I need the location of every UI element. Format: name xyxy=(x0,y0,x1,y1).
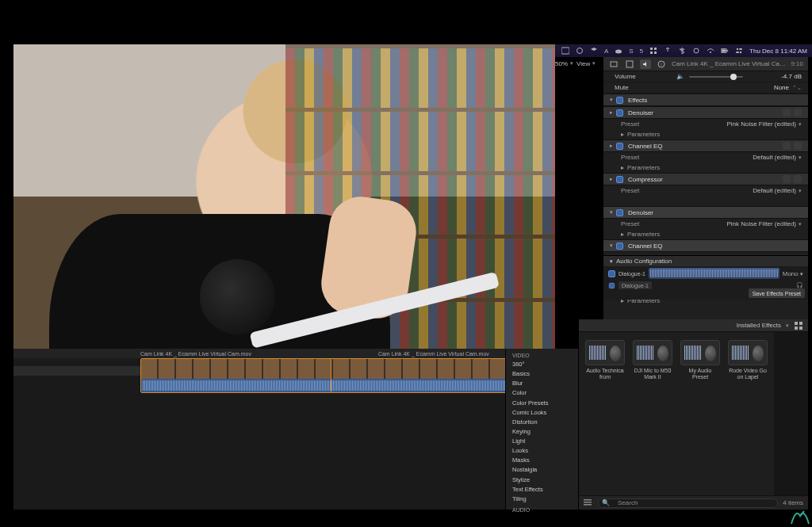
save-effects-preset-button[interactable]: Save Effects Preset xyxy=(749,288,805,298)
viewer-view-menu[interactable]: View ▾ xyxy=(576,60,596,67)
menu-dropbox-icon[interactable] xyxy=(590,47,598,55)
inspector-effects-header[interactable]: ▾ Effects xyxy=(603,94,808,106)
inspector-tab-video[interactable] xyxy=(608,59,619,69)
effect-compressor-header[interactable]: ▸ Compressor xyxy=(603,173,808,185)
effects-search-input[interactable]: 🔍 Search xyxy=(598,498,778,508)
effect-checkbox[interactable] xyxy=(616,143,623,150)
fx-category-item[interactable]: Color Presets xyxy=(506,399,578,408)
effect-preset-row[interactable]: Preset Default (edited)▾ xyxy=(603,185,808,196)
fx-category-item[interactable]: Stylize xyxy=(506,475,578,485)
menu-share-icon[interactable] xyxy=(664,47,672,55)
fx-category-item[interactable]: Tiling xyxy=(506,495,578,504)
headphones-icon[interactable]: 🎧 xyxy=(796,282,803,288)
fx-category-item[interactable]: Nostalgia xyxy=(506,465,578,475)
effects-browser-title[interactable]: Installed Effects xyxy=(737,322,781,329)
inspector-tab-generator[interactable] xyxy=(624,59,635,69)
effect-remove-button[interactable] xyxy=(794,175,802,183)
effect-remove-button[interactable] xyxy=(794,242,802,250)
fx-category-item[interactable]: Looks xyxy=(506,446,578,456)
menu-a-icon[interactable]: A xyxy=(604,47,608,55)
menu-sync-icon[interactable] xyxy=(576,47,584,55)
effect-checkbox[interactable] xyxy=(616,242,623,250)
disclosure-triangle-icon[interactable]: ▸ xyxy=(610,176,613,182)
effects-preset-item[interactable]: My Audio Preset xyxy=(680,340,720,487)
menu-s-icon[interactable]: S xyxy=(629,47,633,55)
effect-parameters-row[interactable]: ▸ Parameters xyxy=(603,229,808,239)
effect-remove-button[interactable] xyxy=(794,208,802,216)
volume-slider[interactable] xyxy=(689,76,743,78)
menu-fan-icon[interactable] xyxy=(692,47,700,55)
menu-battery-icon[interactable] xyxy=(721,47,729,55)
audio-track-row[interactable]: Dialogue-1 Mono ▾ xyxy=(603,266,808,281)
effect-checkbox[interactable] xyxy=(616,176,623,183)
menubar-datetime[interactable]: Thu Dec 8 11:42 AM xyxy=(749,48,807,55)
fx-category-item[interactable]: 360° xyxy=(506,360,578,369)
list-view-icon[interactable] xyxy=(584,498,593,508)
fx-category-item[interactable]: Color xyxy=(506,388,578,398)
effect-reorder-button[interactable] xyxy=(783,109,791,116)
fx-category-item[interactable]: Text Effects xyxy=(506,485,578,495)
effects-preset-item[interactable]: DJI Mic to M50 Mark II xyxy=(633,340,672,487)
menu-cc-icon[interactable] xyxy=(561,47,569,55)
timeline-playhead[interactable] xyxy=(331,358,331,393)
inspector-tab-audio[interactable] xyxy=(640,59,651,69)
effect-channeleq2-header[interactable]: ▾ Channel EQ xyxy=(603,239,808,252)
effect-preset-row[interactable]: Preset Pink Noise Filter (edited)▾ xyxy=(603,219,808,229)
effects-checkbox[interactable] xyxy=(616,97,623,104)
fx-category-item[interactable]: Masks xyxy=(506,456,578,465)
timeline-panel[interactable]: Cam Link 4K _ Ecamm Live Virtual Cam.mov… xyxy=(13,349,578,510)
fx-category-item[interactable]: Distortion xyxy=(506,418,578,427)
effect-remove-button[interactable] xyxy=(794,142,802,150)
effect-parameters-row[interactable]: ▸ Parameters xyxy=(603,162,808,173)
effect-preset-row[interactable]: Preset Default (edited)▾ xyxy=(603,152,808,162)
audio-waveform[interactable] xyxy=(649,268,779,279)
effect-preset-row[interactable]: Preset Pink Noise Filter (edited)▾ xyxy=(603,119,808,129)
disclosure-triangle-icon[interactable]: ▸ xyxy=(610,109,613,116)
audio-track-checkbox[interactable] xyxy=(608,270,615,277)
effect-remove-button[interactable] xyxy=(794,109,802,116)
audio-subtrack-checkbox[interactable] xyxy=(609,282,615,288)
viewer-zoom-menu[interactable]: 50% ▾ xyxy=(555,60,573,67)
effect-reorder-button[interactable] xyxy=(783,175,791,183)
audio-role-menu[interactable]: Mono ▾ xyxy=(783,270,803,277)
effect-denoiser-header[interactable]: ▸ Denoiser xyxy=(603,106,808,119)
disclosure-triangle-icon[interactable]: ▸ xyxy=(621,164,624,171)
disclosure-triangle-icon[interactable]: ▾ xyxy=(610,209,613,216)
fx-category-item[interactable]: Comic Looks xyxy=(506,408,578,418)
disclosure-triangle-icon[interactable]: ▾ xyxy=(610,97,613,103)
effect-checkbox[interactable] xyxy=(616,109,623,116)
menu-num-icon[interactable]: 5 xyxy=(640,47,643,55)
inspector-volume-row[interactable]: Volume 🔈 -4.7 dB xyxy=(603,71,808,82)
menu-control-center-icon[interactable] xyxy=(735,47,743,55)
effects-preset-item[interactable]: Audio Technica from EC_Edit.mo... xyxy=(585,340,625,487)
menu-grid-icon[interactable] xyxy=(649,47,657,55)
menu-wifi-icon[interactable] xyxy=(707,47,714,55)
effect-checkbox[interactable] xyxy=(616,209,623,216)
chevron-updown-icon[interactable]: ⌃⌄ xyxy=(792,85,802,91)
fx-category-item[interactable]: Basics xyxy=(506,369,578,379)
menu-bluetooth-icon[interactable] xyxy=(678,47,686,55)
fx-category-item[interactable]: Keying xyxy=(506,427,578,437)
effect-reorder-button[interactable] xyxy=(783,208,791,216)
disclosure-triangle-icon[interactable]: ▸ xyxy=(621,131,624,138)
effect-reorder-button[interactable] xyxy=(783,142,791,150)
disclosure-triangle-icon[interactable]: ▾ xyxy=(610,258,613,265)
timeline-track[interactable] xyxy=(13,358,578,393)
disclosure-triangle-icon[interactable]: ▾ xyxy=(610,242,613,249)
inspector-mute-row[interactable]: Mute None ⌃⌄ xyxy=(603,82,808,94)
audio-config-header[interactable]: ▾ Audio Configuration xyxy=(603,256,808,266)
effects-preset-item[interactable]: Rode Video Go on Lapel xyxy=(728,340,768,487)
disclosure-triangle-icon[interactable]: ▸ xyxy=(610,143,613,149)
fx-category-item[interactable]: Blur xyxy=(506,379,578,388)
effect-denoiser2-header[interactable]: ▾ Denoiser xyxy=(603,206,808,219)
grid-view-icon[interactable] xyxy=(794,321,803,330)
timeline-empty-area[interactable] xyxy=(13,393,578,510)
inspector-tab-info[interactable]: i xyxy=(656,59,667,69)
fx-category-item[interactable]: Light xyxy=(506,437,578,446)
chevron-down-icon[interactable]: ▾ xyxy=(786,323,789,329)
effect-parameters-row[interactable]: ▸ Parameters xyxy=(603,129,808,139)
viewer-pane[interactable] xyxy=(13,44,555,349)
effect-reorder-button[interactable] xyxy=(783,242,791,250)
effect-channeleq-header[interactable]: ▸ Channel EQ xyxy=(603,139,808,152)
menu-cloud-icon[interactable] xyxy=(615,47,622,55)
